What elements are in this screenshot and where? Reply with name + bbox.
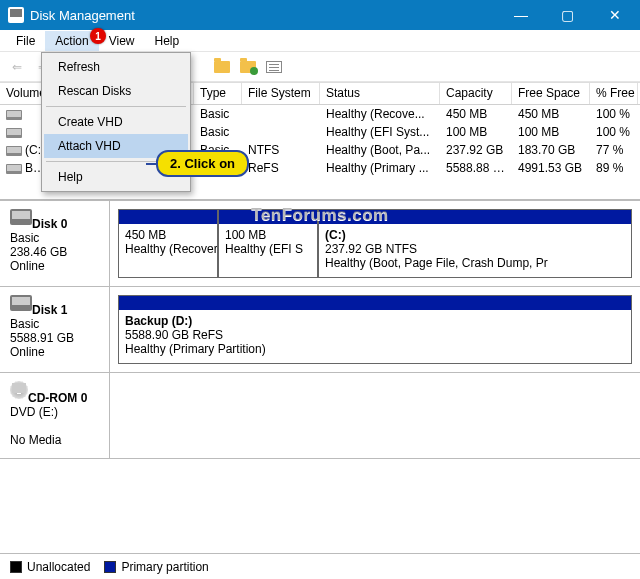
partition[interactable]: (C:)237.92 GB NTFSHealthy (Boot, Page Fi… (318, 209, 632, 278)
disk-row: Disk 0Basic238.46 GBOnline450 MBHealthy … (0, 201, 640, 287)
legend-unallocated-label: Unallocated (27, 560, 90, 574)
list-icon (266, 61, 282, 73)
col-status[interactable]: Status (320, 83, 440, 104)
col-filesystem[interactable]: File System (242, 83, 320, 104)
title-bar: Disk Management — ▢ ✕ (0, 0, 640, 30)
volume-icon (6, 164, 22, 174)
disk-icon (10, 295, 32, 311)
menu-help[interactable]: Help (145, 31, 190, 51)
list-icon-button[interactable] (263, 56, 285, 78)
disk-partitions (110, 373, 640, 458)
col-free[interactable]: Free Space (512, 83, 590, 104)
volume-icon (6, 110, 22, 120)
folder-refresh-icon (240, 61, 256, 73)
cdrom-icon (10, 381, 28, 399)
window-controls: — ▢ ✕ (498, 0, 640, 30)
folder-icon (214, 61, 230, 73)
legend-primary-label: Primary partition (121, 560, 208, 574)
partition-stripe (119, 296, 631, 310)
annotation-marker-1: 1 (90, 28, 106, 44)
menu-bar: File Action View Help 1 (0, 30, 640, 52)
disk-graph-area: Disk 0Basic238.46 GBOnline450 MBHealthy … (0, 201, 640, 553)
legend: Unallocated Primary partition (0, 553, 640, 579)
volume-icon (6, 146, 22, 156)
back-button: ⇐ (6, 56, 28, 78)
disk-partitions: Backup (D:)5588.90 GB ReFSHealthy (Prima… (110, 287, 640, 372)
disk-icon (10, 209, 32, 225)
annotation-callout: 2. Click on (156, 150, 249, 177)
legend-swatch-black (10, 561, 22, 573)
refresh-icon[interactable] (211, 56, 233, 78)
col-pctfree[interactable]: % Free (590, 83, 638, 104)
volume-icon (6, 128, 22, 138)
partition[interactable]: 100 MBHealthy (EFI S (218, 209, 318, 278)
window-title: Disk Management (30, 8, 498, 23)
callout-bubble: 2. Click on (156, 150, 249, 177)
partition[interactable]: 450 MBHealthy (Recovery (118, 209, 218, 278)
legend-unallocated: Unallocated (10, 560, 90, 574)
menu-refresh[interactable]: Refresh (44, 55, 188, 79)
partition-stripe (119, 210, 217, 224)
disk-info[interactable]: CD-ROM 0DVD (E:)No Media (0, 373, 110, 458)
menu-separator (46, 106, 186, 107)
close-button[interactable]: ✕ (590, 0, 640, 30)
partition-stripe (319, 210, 631, 224)
menu-file[interactable]: File (6, 31, 45, 51)
minimize-button[interactable]: — (498, 0, 544, 30)
maximize-button[interactable]: ▢ (544, 0, 590, 30)
col-type[interactable]: Type (194, 83, 242, 104)
action-icon[interactable] (237, 56, 259, 78)
disk-info[interactable]: Disk 0Basic238.46 GBOnline (0, 201, 110, 286)
disk-partitions: 450 MBHealthy (Recovery100 MBHealthy (EF… (110, 201, 640, 286)
menu-create-vhd[interactable]: Create VHD (44, 110, 188, 134)
legend-primary: Primary partition (104, 560, 208, 574)
menu-rescan-disks[interactable]: Rescan Disks (44, 79, 188, 103)
partition[interactable]: Backup (D:)5588.90 GB ReFSHealthy (Prima… (118, 295, 632, 364)
disk-info[interactable]: Disk 1Basic5588.91 GBOnline (0, 287, 110, 372)
col-capacity[interactable]: Capacity (440, 83, 512, 104)
partition-stripe (219, 210, 317, 224)
disk-row: Disk 1Basic5588.91 GBOnlineBackup (D:)55… (0, 287, 640, 373)
app-icon (8, 7, 24, 23)
legend-swatch-blue (104, 561, 116, 573)
disk-row: CD-ROM 0DVD (E:)No Media (0, 373, 640, 459)
